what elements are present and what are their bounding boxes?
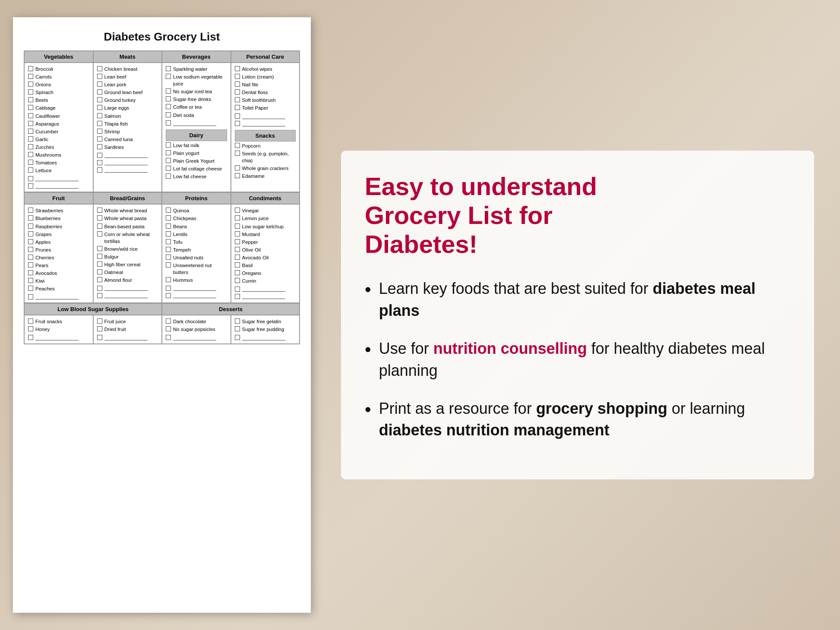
checkbox[interactable] [235, 326, 240, 331]
checkbox[interactable] [235, 335, 240, 340]
checkbox[interactable] [28, 121, 33, 126]
checkbox[interactable] [235, 151, 240, 156]
checkbox[interactable] [166, 74, 171, 79]
checkbox[interactable] [28, 231, 33, 236]
checkbox[interactable] [235, 82, 240, 87]
checkbox[interactable] [235, 215, 240, 220]
checkbox[interactable] [166, 66, 171, 71]
checkbox[interactable] [235, 89, 240, 94]
checkbox[interactable] [166, 208, 171, 213]
checkbox[interactable] [97, 277, 102, 282]
checkbox[interactable] [28, 97, 33, 102]
checkbox[interactable] [166, 158, 171, 163]
checkbox[interactable] [166, 215, 171, 220]
checkbox[interactable] [166, 262, 171, 268]
checkbox[interactable] [28, 167, 33, 173]
checkbox[interactable] [97, 293, 102, 298]
checkbox[interactable] [28, 262, 33, 268]
checkbox[interactable] [97, 286, 102, 291]
checkbox[interactable] [28, 66, 33, 71]
checkbox[interactable] [235, 247, 240, 252]
checkbox[interactable] [97, 246, 102, 251]
checkbox[interactable] [28, 160, 33, 165]
checkbox[interactable] [166, 142, 171, 148]
checkbox[interactable] [28, 152, 33, 157]
checkbox[interactable] [235, 105, 240, 110]
checkbox[interactable] [97, 153, 102, 158]
checkbox[interactable] [235, 66, 240, 71]
checkbox[interactable] [235, 97, 240, 102]
checkbox[interactable] [235, 318, 240, 324]
checkbox[interactable] [97, 66, 102, 71]
checkbox[interactable] [97, 269, 102, 274]
checkbox[interactable] [235, 231, 240, 236]
checkbox[interactable] [166, 120, 171, 126]
checkbox[interactable] [166, 277, 171, 282]
checkbox[interactable] [166, 231, 171, 236]
checkbox[interactable] [97, 136, 102, 142]
checkbox[interactable] [28, 74, 33, 79]
checkbox[interactable] [235, 270, 240, 275]
checkbox[interactable] [166, 166, 171, 171]
checkbox[interactable] [235, 278, 240, 283]
checkbox[interactable] [235, 121, 240, 126]
checkbox[interactable] [28, 278, 33, 283]
checkbox[interactable] [28, 247, 33, 252]
checkbox[interactable] [28, 136, 33, 142]
checkbox[interactable] [166, 112, 171, 117]
checkbox[interactable] [166, 224, 171, 229]
checkbox[interactable] [28, 335, 33, 340]
checkbox[interactable] [166, 318, 171, 324]
checkbox[interactable] [28, 318, 33, 324]
checkbox[interactable] [97, 167, 102, 173]
checkbox[interactable] [97, 97, 102, 102]
checkbox[interactable] [235, 143, 240, 148]
checkbox[interactable] [166, 104, 171, 109]
checkbox[interactable] [97, 144, 102, 149]
checkbox[interactable] [97, 224, 102, 229]
checkbox[interactable] [28, 294, 33, 299]
checkbox[interactable] [97, 105, 102, 110]
checkbox[interactable] [28, 286, 33, 291]
checkbox[interactable] [166, 286, 171, 291]
checkbox[interactable] [97, 261, 102, 267]
checkbox[interactable] [28, 215, 33, 220]
checkbox[interactable] [28, 82, 33, 87]
checkbox[interactable] [235, 224, 240, 229]
checkbox[interactable] [166, 239, 171, 244]
checkbox[interactable] [28, 105, 33, 110]
checkbox[interactable] [166, 293, 171, 298]
checkbox[interactable] [97, 318, 102, 324]
checkbox[interactable] [28, 224, 33, 229]
checkbox[interactable] [97, 129, 102, 134]
checkbox[interactable] [28, 239, 33, 244]
checkbox[interactable] [166, 326, 171, 331]
checkbox[interactable] [235, 262, 240, 268]
checkbox[interactable] [166, 96, 171, 101]
checkbox[interactable] [28, 89, 33, 94]
checkbox[interactable] [166, 173, 171, 179]
checkbox[interactable] [235, 113, 240, 119]
checkbox[interactable] [97, 121, 102, 126]
checkbox[interactable] [166, 335, 171, 340]
checkbox[interactable] [97, 326, 102, 331]
checkbox[interactable] [235, 294, 240, 299]
checkbox[interactable] [28, 176, 33, 181]
checkbox[interactable] [97, 113, 102, 118]
checkbox[interactable] [28, 208, 33, 213]
checkbox[interactable] [166, 247, 171, 252]
checkbox[interactable] [97, 335, 102, 340]
checkbox[interactable] [97, 160, 102, 165]
checkbox[interactable] [97, 82, 102, 87]
checkbox[interactable] [28, 113, 33, 118]
checkbox[interactable] [28, 129, 33, 134]
checkbox[interactable] [28, 144, 33, 149]
checkbox[interactable] [235, 74, 240, 79]
checkbox[interactable] [28, 326, 33, 331]
checkbox[interactable] [97, 254, 102, 259]
checkbox[interactable] [28, 270, 33, 275]
checkbox[interactable] [97, 74, 102, 79]
checkbox[interactable] [97, 231, 102, 236]
checkbox[interactable] [97, 208, 102, 213]
checkbox[interactable] [28, 183, 33, 189]
